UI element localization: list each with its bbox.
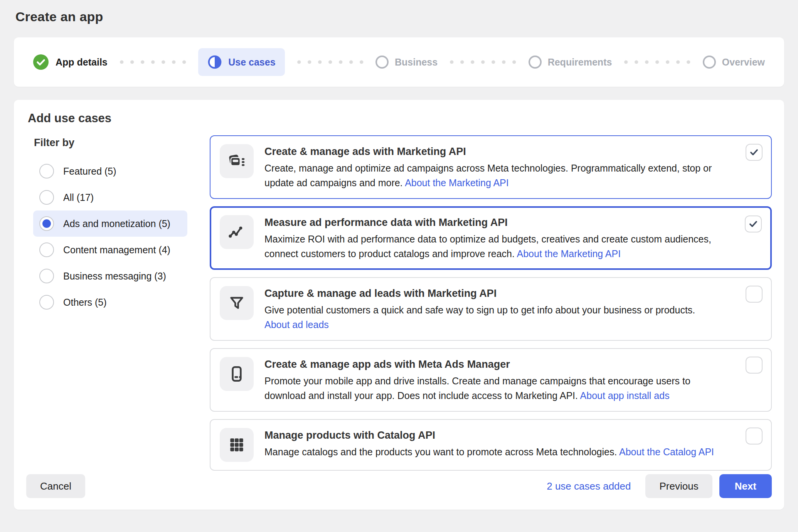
wizard-stepper: App details Use cases Business Requireme…	[14, 37, 784, 87]
stepper-connector	[291, 60, 369, 64]
use-cases-added-link[interactable]: 2 use cases added	[547, 480, 631, 492]
step-label: Overview	[722, 57, 765, 68]
performance-chart-icon	[227, 222, 246, 242]
icon-box	[220, 144, 254, 178]
use-case-card-capture-ad-leads[interactable]: Capture & manage ad leads with Marketing…	[210, 277, 772, 341]
radio-icon[interactable]	[39, 190, 54, 205]
use-case-text: Measure ad performance data with Marketi…	[264, 215, 762, 261]
use-case-checkbox-checked[interactable]	[746, 144, 763, 161]
catalog-grid-icon	[227, 435, 246, 455]
filter-heading: Filter by	[34, 137, 196, 149]
filter-option-featured[interactable]: Featured (5)	[33, 158, 187, 184]
use-case-title: Manage products with Catalog API	[264, 429, 714, 441]
filter-option-all[interactable]: All (17)	[33, 184, 187, 210]
filter-option-label: Business messaging (3)	[63, 271, 166, 282]
previous-button[interactable]: Previous	[645, 474, 712, 498]
use-case-card-app-ads[interactable]: Create & manage app ads with Meta Ads Ma…	[210, 348, 772, 412]
radio-checked-icon[interactable]	[39, 216, 54, 231]
step-label: Requirements	[548, 57, 612, 68]
checkmark-icon	[749, 147, 759, 158]
use-case-text: Manage products with Catalog API Manage …	[264, 428, 756, 462]
mobile-phone-icon	[227, 364, 246, 384]
use-case-text: Capture & manage ad leads with Marketing…	[264, 286, 762, 332]
about-catalog-api-link[interactable]: About the Catalog API	[619, 446, 714, 457]
use-case-title: Measure ad performance data with Marketi…	[264, 217, 719, 229]
step-use-cases[interactable]: Use cases	[198, 48, 285, 76]
use-case-checkbox-checked[interactable]	[745, 215, 762, 232]
use-case-title: Create & manage ads with Marketing API	[264, 146, 719, 158]
use-case-title: Create & manage app ads with Meta Ads Ma…	[264, 359, 719, 370]
radio-icon[interactable]	[39, 242, 54, 257]
about-marketing-api-link[interactable]: About the Marketing API	[517, 248, 621, 259]
create-app-page: Create an app App details Use cases Busi…	[0, 0, 798, 510]
checkmark-icon	[748, 219, 759, 229]
radio-icon[interactable]	[39, 164, 54, 178]
step-overview[interactable]: Overview	[703, 56, 765, 69]
description-text: Maximize ROI with ad performance data to…	[264, 234, 711, 259]
about-ad-leads-link[interactable]: About ad leads	[264, 319, 329, 330]
use-case-description: Give potential customers a quick and saf…	[264, 303, 719, 332]
use-case-checkbox-unchecked[interactable]	[746, 286, 763, 303]
icon-box	[220, 357, 254, 391]
ads-icon	[227, 152, 246, 171]
use-case-list: Create & manage ads with Marketing API C…	[196, 135, 772, 464]
use-case-description: Maximize ROI with ad performance data to…	[264, 232, 719, 261]
filter-option-label: Featured (5)	[63, 166, 116, 177]
use-case-checkbox-unchecked[interactable]	[746, 357, 763, 374]
page-title: Create an app	[14, 0, 784, 24]
empty-circle-icon	[703, 56, 716, 69]
use-case-card-measure-ad-performance[interactable]: Measure ad performance data with Marketi…	[210, 206, 772, 270]
description-text: Give potential customers a quick and saf…	[264, 305, 695, 315]
filter-option-ads-and-monetization[interactable]: Ads and monetization (5)	[33, 210, 187, 237]
filter-option-others[interactable]: Others (5)	[33, 289, 187, 315]
radio-icon[interactable]	[39, 295, 54, 310]
cancel-button[interactable]: Cancel	[26, 474, 85, 498]
half-circle-icon	[207, 55, 222, 69]
use-case-title: Capture & manage ad leads with Marketing…	[264, 288, 719, 300]
next-button[interactable]: Next	[719, 474, 772, 498]
filter-option-business-messaging[interactable]: Business messaging (3)	[33, 263, 187, 289]
radio-icon[interactable]	[39, 269, 54, 283]
use-case-text: Create & manage ads with Marketing API C…	[264, 144, 762, 190]
step-business[interactable]: Business	[375, 56, 438, 69]
use-case-card-create-manage-ads[interactable]: Create & manage ads with Marketing API C…	[210, 135, 772, 199]
icon-box	[220, 215, 254, 249]
stepper-connector	[444, 60, 522, 64]
step-label: Business	[395, 57, 438, 68]
filter-option-label: All (17)	[63, 192, 94, 203]
filter-option-label: Content management (4)	[63, 244, 170, 256]
filter-sidebar: Filter by Featured (5) All (17) Ads and …	[26, 135, 196, 464]
icon-box	[220, 428, 254, 462]
stepper-connector	[618, 60, 696, 64]
check-circle-icon	[33, 54, 49, 70]
about-app-install-ads-link[interactable]: About app install ads	[580, 390, 670, 401]
filter-option-content-management[interactable]: Content management (4)	[33, 237, 187, 263]
step-label: App details	[56, 57, 108, 68]
filter-option-label: Others (5)	[63, 297, 107, 308]
funnel-icon	[227, 293, 246, 313]
use-case-text: Create & manage app ads with Meta Ads Ma…	[264, 357, 762, 403]
use-case-description: Manage catalogs and the products you wan…	[264, 444, 714, 459]
empty-circle-icon	[375, 56, 389, 69]
description-text: Manage catalogs and the products you wan…	[264, 446, 619, 457]
step-requirements[interactable]: Requirements	[529, 56, 612, 69]
about-marketing-api-link[interactable]: About the Marketing API	[405, 177, 509, 188]
panel-heading: Add use cases	[28, 111, 772, 125]
step-app-details[interactable]: App details	[33, 54, 108, 70]
icon-box	[220, 286, 254, 320]
use-case-card-catalog[interactable]: Manage products with Catalog API Manage …	[210, 419, 772, 471]
use-case-description: Create, manage and optimize ad campaigns…	[264, 161, 719, 190]
stepper-connector	[114, 60, 192, 64]
step-label: Use cases	[228, 57, 275, 68]
add-use-cases-panel: Add use cases Filter by Featured (5) All…	[14, 100, 784, 510]
empty-circle-icon	[529, 56, 542, 69]
use-case-description: Promote your mobile app and drive instal…	[264, 374, 719, 403]
filter-option-label: Ads and monetization (5)	[63, 218, 170, 229]
use-case-checkbox-unchecked[interactable]	[746, 428, 763, 444]
